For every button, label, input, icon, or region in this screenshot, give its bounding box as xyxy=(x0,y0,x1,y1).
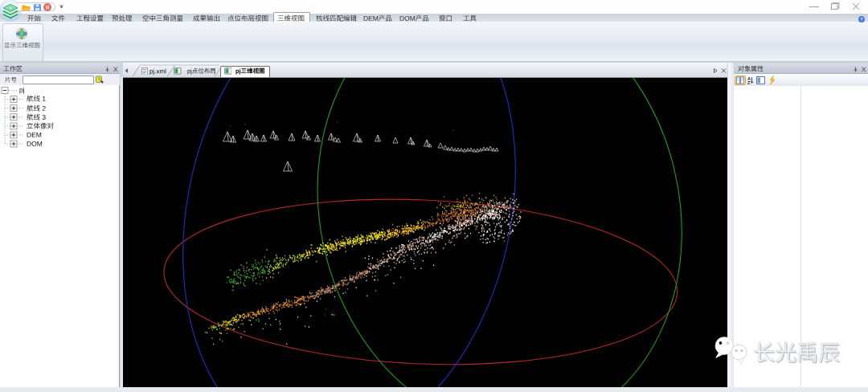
svg-text:Z: Z xyxy=(747,80,751,85)
